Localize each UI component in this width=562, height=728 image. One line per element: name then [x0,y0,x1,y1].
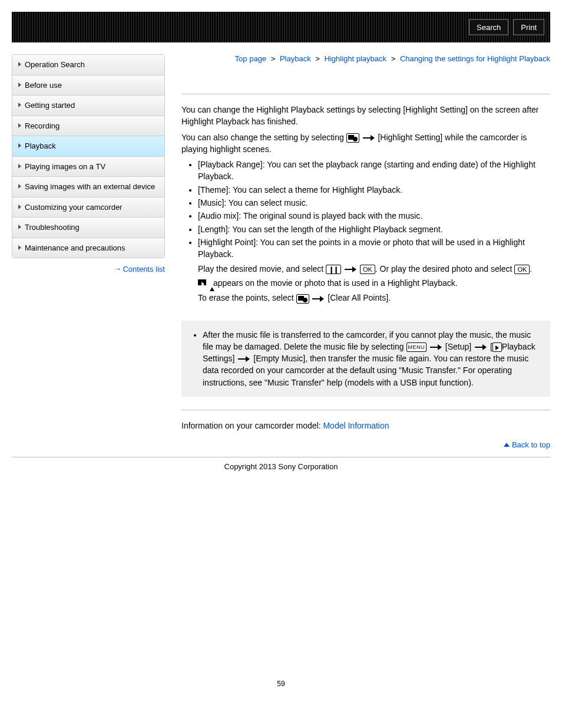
divider [181,94,550,94]
footer-divider [12,457,550,457]
arrow-right-icon [363,135,375,141]
sidebar-item-label: Customizing your camcorder [25,202,122,213]
sidebar-item-playback[interactable]: Playback [12,136,164,157]
sidebar-item-label: Troubleshooting [25,222,80,233]
note-box: After the music file is transferred to t… [181,321,550,397]
breadcrumb-sep: > [315,54,320,63]
sidebar-item-getting-started[interactable]: Getting started [12,95,164,116]
feature-list: [Playback Range]: You can set the playba… [181,159,550,304]
model-info-link[interactable]: Model Information [323,421,389,430]
highlight-settings-icon [296,294,309,304]
list-item: [Highlight Point]: You can set the point… [198,236,550,304]
sidebar-item-customizing[interactable]: Customizing your camcorder [12,197,164,218]
intro-p1: You can change the Highlight Playback se… [181,104,550,128]
breadcrumb-sep: > [271,54,276,63]
highlight-settings-icon [346,133,359,143]
chevron-right-icon [18,184,21,189]
sub-line: appears on the movie or photo that is us… [198,277,550,289]
sidebar-item-before-use[interactable]: Before use [12,75,164,96]
list-item: [Playback Range]: You can set the playba… [198,159,550,183]
contents-list-link-row: →Contents list [12,264,165,274]
list-item: [Audio mix]: The original sound is playe… [198,210,550,222]
back-to-top-row: Back to top [181,440,550,451]
chevron-right-icon [18,62,21,67]
sidebar-item-label: Operation Search [25,60,85,70]
arrow-right-icon [345,266,356,272]
sidebar-item-label: Maintenance and precautions [25,243,125,253]
divider [181,410,550,410]
breadcrumb-playback[interactable]: Playback [280,54,311,63]
back-to-top-link[interactable]: Back to top [512,440,550,449]
ok-button-icon: OK [514,265,530,274]
breadcrumb-sep: > [391,54,396,63]
highlight-marker-icon [198,279,211,289]
chevron-right-icon [18,83,21,87]
chevron-right-icon [18,103,21,107]
breadcrumb-top[interactable]: Top page [235,54,267,63]
chevron-right-icon [18,164,21,169]
list-item: [Theme]: You can select a theme for High… [198,184,550,196]
arrow-right-icon: → [113,264,121,274]
sidebar-item-operation-search[interactable]: Operation Search [12,55,164,75]
chevron-right-icon [18,123,21,128]
sidebar-item-label: Playing images on a TV [25,162,105,172]
triangle-up-icon [504,443,510,447]
arrow-right-icon [312,296,324,302]
chevron-right-icon [18,225,21,229]
list-item: [Length]: You can set the length of the … [198,223,550,235]
breadcrumb-current[interactable]: Changing the settings for Highlight Play… [400,54,550,63]
intro-p2: You can also change the setting by selec… [181,131,550,156]
sidebar-item-label: Recording [25,121,59,131]
main-content: Top page > Playback > Highlight playback… [165,54,550,454]
copyright: Copyright 2013 Sony Corporation [12,462,550,471]
sidebar-item-saving-external[interactable]: Saving images with an external device [12,177,164,197]
sidebar-item-recording[interactable]: Recording [12,116,164,137]
print-button[interactable]: Print [513,19,544,35]
chevron-right-icon [18,245,21,250]
sidebar-item-label: Playback [25,141,56,151]
header-bar: Search Print [12,12,550,42]
sidebar-item-playing-tv[interactable]: Playing images on a TV [12,157,164,177]
arrow-right-icon [475,344,487,350]
note-item: After the music file is transferred to t… [203,329,542,388]
sidebar-item-label: Getting started [25,100,75,111]
breadcrumb: Top page > Playback > Highlight playback… [181,54,550,63]
contents-list-link[interactable]: Contents list [123,265,165,274]
sub-line: To erase the points, select [Clear All P… [198,292,550,304]
chevron-right-icon [18,205,21,209]
sidebar-item-label: Saving images with an external device [25,182,155,192]
sidebar-item-troubleshooting[interactable]: Troubleshooting [12,218,164,238]
breadcrumb-highlight[interactable]: Highlight playback [325,54,387,63]
search-button[interactable]: Search [469,19,508,35]
model-info-line: Information on your camcorder model: Mod… [181,420,550,431]
sidebar: Operation Search Before use Getting star… [12,54,165,454]
chevron-right-icon [18,143,21,148]
arrow-right-icon [430,344,442,350]
ok-button-icon: OK [360,265,375,274]
sidebar-item-maintenance[interactable]: Maintenance and precautions [12,238,164,258]
list-item: [Music]: You can select music. [198,197,550,209]
flag-icon [210,287,214,291]
sub-line: Play the desired movie, and select ❙❙ OK… [198,263,550,275]
page-number: 59 [12,479,550,700]
sidebar-item-label: Before use [25,80,62,91]
article-body: You can change the Highlight Playback se… [181,104,550,451]
arrow-right-icon [238,356,250,362]
sidebar-list: Operation Search Before use Getting star… [12,54,165,258]
menu-button-icon: MENU [406,342,427,352]
playback-icon [492,342,502,352]
pause-icon: ❙❙ [326,265,341,274]
